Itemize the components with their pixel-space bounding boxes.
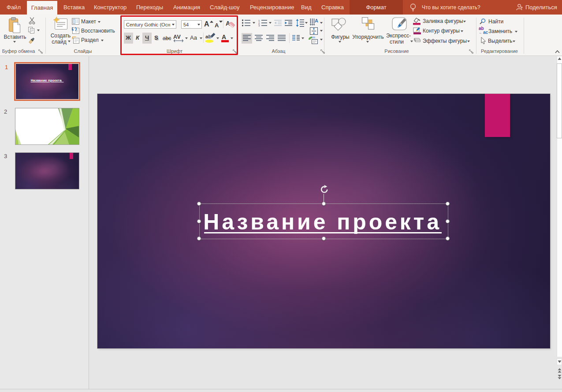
svg-text:3: 3 [258, 24, 260, 26]
svg-text:A: A [315, 18, 318, 23]
